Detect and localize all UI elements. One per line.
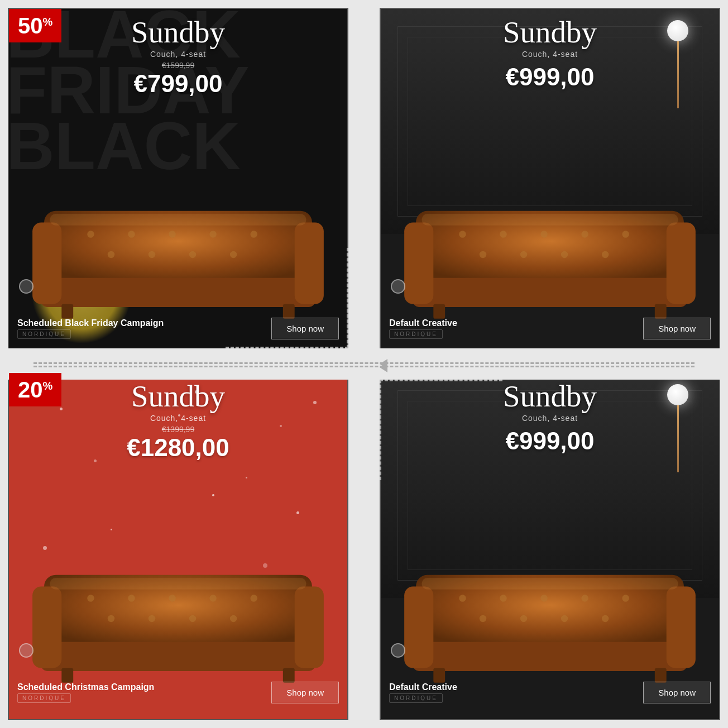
- svg-rect-62: [667, 587, 696, 668]
- campaign-label: Scheduled Christmas Campaign: [17, 682, 154, 692]
- current-price: €1280,00: [9, 434, 347, 462]
- svg-rect-46: [295, 587, 324, 668]
- svg-point-37: [250, 595, 257, 602]
- svg-point-39: [149, 615, 156, 622]
- svg-rect-31: [422, 214, 678, 226]
- svg-rect-10: [41, 278, 315, 307]
- card-christmas: 20% Sundby Couch, 4-seat €1399,99 €1280,…: [0, 364, 364, 728]
- svg-rect-58: [413, 642, 687, 671]
- floor-lamp-2: [667, 384, 688, 472]
- svg-rect-29: [404, 223, 433, 304]
- discount-badge: 50%: [9, 9, 61, 42]
- svg-rect-14: [295, 223, 324, 304]
- svg-point-2: [128, 231, 135, 238]
- svg-point-1: [87, 231, 94, 238]
- brand-name: NORDIQUE: [17, 693, 71, 703]
- svg-point-55: [520, 615, 528, 622]
- dot-indicator: [19, 643, 33, 658]
- current-price: €799,00: [9, 70, 347, 98]
- svg-rect-61: [404, 587, 433, 668]
- svg-point-7: [149, 251, 156, 258]
- svg-rect-30: [667, 223, 696, 304]
- svg-rect-15: [50, 214, 306, 226]
- svg-point-3: [169, 231, 176, 238]
- svg-rect-42: [41, 642, 315, 671]
- card-default-1: Sundby Couch, 4-seat €999,00: [364, 0, 728, 364]
- svg-point-54: [480, 615, 487, 622]
- discount-badge-christmas: 20%: [9, 373, 61, 406]
- svg-point-25: [602, 251, 609, 258]
- svg-point-8: [189, 251, 197, 258]
- svg-point-5: [250, 231, 257, 238]
- svg-rect-63: [422, 578, 678, 590]
- svg-point-21: [622, 231, 629, 238]
- svg-rect-26: [413, 278, 687, 307]
- campaign-label: Default Creative: [389, 682, 457, 692]
- product-subtitle: Couch, 4-seat: [9, 414, 347, 423]
- shop-now-button-4[interactable]: Shop now: [643, 682, 711, 703]
- product-subtitle: Couch, 4-seat: [9, 50, 347, 59]
- old-price: €1399,99: [9, 425, 347, 434]
- svg-point-38: [108, 615, 115, 622]
- old-price: €1599,99: [9, 61, 347, 70]
- svg-point-4: [209, 231, 217, 238]
- dot-indicator: [19, 279, 33, 294]
- svg-point-50: [500, 595, 507, 602]
- svg-point-57: [602, 615, 609, 622]
- svg-rect-45: [32, 587, 61, 668]
- brand-name: NORDIQUE: [17, 329, 71, 339]
- svg-point-23: [520, 251, 528, 258]
- svg-point-56: [561, 615, 568, 622]
- svg-rect-47: [50, 578, 306, 590]
- svg-point-35: [169, 595, 176, 602]
- svg-point-49: [459, 595, 466, 602]
- svg-point-19: [540, 231, 548, 238]
- dot-indicator: [391, 643, 405, 658]
- svg-point-34: [128, 595, 135, 602]
- svg-point-33: [87, 595, 94, 602]
- brand-name: NORDIQUE: [389, 329, 443, 339]
- svg-point-18: [500, 231, 507, 238]
- svg-point-9: [230, 251, 237, 258]
- svg-rect-13: [32, 223, 61, 304]
- svg-point-20: [581, 231, 588, 238]
- svg-point-40: [189, 615, 197, 622]
- svg-point-52: [581, 595, 588, 602]
- shop-now-button-3[interactable]: Shop now: [271, 682, 339, 703]
- svg-point-53: [622, 595, 629, 602]
- dot-indicator: [391, 279, 405, 294]
- svg-point-51: [540, 595, 548, 602]
- svg-point-41: [230, 615, 237, 622]
- card-default-2: Sundby Couch, 4-seat €999,00: [364, 364, 728, 728]
- campaign-label: Default Creative: [389, 318, 457, 328]
- svg-point-24: [561, 251, 568, 258]
- shop-now-button-1[interactable]: Shop now: [271, 318, 339, 339]
- shop-now-button-2[interactable]: Shop now: [643, 318, 711, 339]
- brand-name: NORDIQUE: [389, 693, 443, 703]
- svg-point-6: [108, 251, 115, 258]
- svg-point-22: [480, 251, 487, 258]
- svg-point-36: [209, 595, 217, 602]
- campaign-label: Scheduled Black Friday Campaign: [17, 318, 164, 328]
- floor-lamp: [667, 20, 688, 108]
- svg-point-17: [459, 231, 466, 238]
- card-black-friday: BLACK FRIDAY BLACK 50% Sundby Couch, 4-s…: [0, 0, 364, 364]
